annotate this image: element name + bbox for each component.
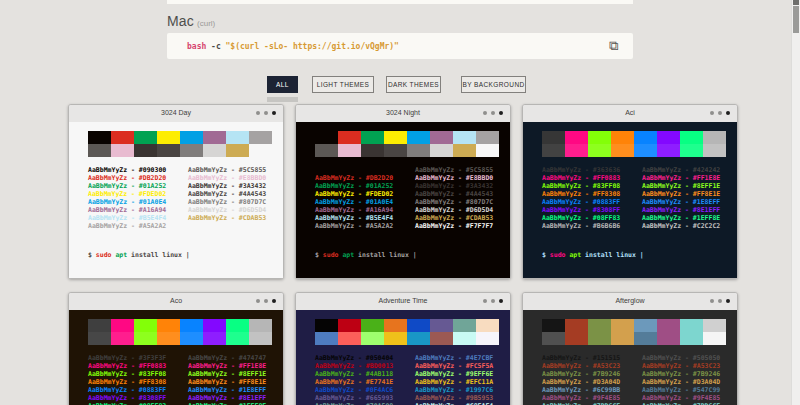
- color-swatch: [249, 144, 272, 157]
- theme-card-adventure-time: Adventure TimeAaBbMmYyZz - #050404AaBbMm…: [295, 292, 511, 405]
- color-swatch: [338, 319, 361, 332]
- palette-row: AaBbMmYyZz - #B5E4F4: [88, 214, 166, 222]
- color-swatch: [180, 319, 203, 332]
- color-swatch: [476, 131, 499, 144]
- prompt-sudo: sudo: [550, 251, 570, 259]
- scrollbar-thumb[interactable]: [793, 6, 799, 33]
- window-buttons-icon: [256, 299, 276, 303]
- terminal-titlebar: 3024 Night: [296, 105, 510, 123]
- palette-row: AaBbMmYyZz - #B6B6B6: [542, 222, 620, 230]
- palette-row: AaBbMmYyZz - #1E8EFF: [642, 198, 720, 206]
- palette-column-right: AaBbMmYyZz - #5C5855AaBbMmYyZz - #E8BBD0…: [415, 166, 493, 230]
- palette-row: AaBbMmYyZz - #A16A94: [88, 206, 166, 214]
- copy-icon[interactable]: ⧉: [606, 37, 622, 54]
- palette-column-left: AaBbMmYyZz - #090300AaBbMmYyZz - #DB2D20…: [315, 166, 393, 230]
- palette-row: AaBbMmYyZz - #01A0E4: [315, 198, 393, 206]
- palette-row: AaBbMmYyZz - #9F4E85: [542, 394, 620, 402]
- palette-row: AaBbMmYyZz - #D3A04D: [642, 378, 720, 386]
- palette-row: AaBbMmYyZz - #1EFF8E: [642, 214, 720, 222]
- palette-row: AaBbMmYyZz - #01A0E4: [88, 198, 166, 206]
- palette-row: AaBbMmYyZz - #9EFF6E: [415, 370, 493, 378]
- palette-row: AaBbMmYyZz - #A5A2A2: [315, 222, 393, 230]
- filter-button-light-themes[interactable]: LIGHT THEMES: [312, 76, 374, 93]
- palette-row: AaBbMmYyZz - #5C5855: [415, 166, 493, 174]
- palette-row: AaBbMmYyZz - #090300: [88, 166, 166, 174]
- palette-row: AaBbMmYyZz - #CDAB53: [415, 214, 493, 222]
- palette-swatches: [315, 319, 499, 345]
- palette-row: AaBbMmYyZz - #A53C23: [642, 362, 720, 370]
- color-swatch: [703, 332, 726, 345]
- color-swatch: [157, 332, 180, 345]
- color-swatch: [407, 131, 430, 144]
- palette-row: AaBbMmYyZz - #474747: [188, 354, 266, 362]
- color-swatch: [180, 131, 203, 144]
- color-swatch: [430, 319, 453, 332]
- color-swatch: [611, 131, 634, 144]
- palette-row: AaBbMmYyZz - #D6D5D4: [415, 206, 493, 214]
- palette-row: AaBbMmYyZz - #FF8E1E: [642, 190, 720, 198]
- previous-codeblock-edge: [167, 0, 633, 4]
- color-swatch: [88, 332, 111, 345]
- color-swatch: [157, 131, 180, 144]
- page-scrollbar[interactable]: [791, 0, 800, 405]
- color-swatch: [588, 332, 611, 345]
- palette-row: AaBbMmYyZz - #B5E4F4: [315, 214, 393, 222]
- palette-row: AaBbMmYyZz - #FDED02: [88, 190, 166, 198]
- palette-row: AaBbMmYyZz - #DB2D20: [315, 174, 393, 182]
- palette-swatches: [542, 319, 726, 345]
- color-swatch: [315, 131, 338, 144]
- palette-row: AaBbMmYyZz - #D3A04D: [542, 378, 620, 386]
- color-swatch: [203, 319, 226, 332]
- palette-row: AaBbMmYyZz - #807D7C: [415, 198, 493, 206]
- color-swatch: [542, 332, 565, 345]
- palette-row: AaBbMmYyZz - #3A3432: [415, 182, 493, 190]
- palette-row: AaBbMmYyZz - #83FF08: [88, 370, 166, 378]
- palette-row: AaBbMmYyZz - #FF8308: [542, 190, 620, 198]
- color-swatch: [111, 332, 134, 345]
- color-swatch: [657, 319, 680, 332]
- color-swatch: [338, 332, 361, 345]
- color-swatch: [226, 144, 249, 157]
- terminal-titlebar: 3024 Day: [69, 105, 283, 123]
- palette-row: AaBbMmYyZz - #08FF83: [542, 214, 620, 222]
- palette-row: AaBbMmYyZz - #BD0013: [315, 362, 393, 370]
- palette-row: AaBbMmYyZz - #7B9246: [542, 370, 620, 378]
- filter-button-by-background[interactable]: BY BACKGROUND: [461, 76, 526, 93]
- color-swatch: [315, 144, 338, 157]
- prompt-apt: apt: [342, 251, 358, 259]
- terminal-preview: AaBbMmYyZz - #363636AaBbMmYyZz - #FF0883…: [523, 122, 737, 278]
- color-swatch: [361, 131, 384, 144]
- scrollbar-up-arrow-icon[interactable]: [793, 0, 799, 5]
- shell-prompt: $ sudo apt install linux |: [88, 251, 190, 259]
- prompt-apt: apt: [569, 251, 585, 259]
- color-swatch: [384, 144, 407, 157]
- color-swatch: [88, 319, 111, 332]
- palette-row: AaBbMmYyZz - #D6D5D4: [188, 206, 266, 214]
- palette-row: AaBbMmYyZz - #424242: [642, 166, 720, 174]
- palette-row: AaBbMmYyZz - #5C5855: [188, 166, 266, 174]
- color-swatch: [407, 319, 430, 332]
- palette-column-left: AaBbMmYyZz - #363636AaBbMmYyZz - #FF0883…: [542, 166, 620, 230]
- palette-row: AaBbMmYyZz - #050404: [315, 354, 393, 362]
- color-swatch: [542, 144, 565, 157]
- prompt-apt: apt: [115, 251, 131, 259]
- theme-card-3024-day: 3024 DayAaBbMmYyZz - #090300AaBbMmYyZz -…: [68, 104, 284, 279]
- filter-button-dark-themes[interactable]: DARK THEMES: [386, 76, 441, 93]
- color-swatch: [134, 332, 157, 345]
- color-swatch: [565, 332, 588, 345]
- palette-row: AaBbMmYyZz - #665993: [315, 394, 393, 402]
- filter-button-all[interactable]: ALL: [267, 76, 298, 93]
- window-buttons-icon: [483, 299, 503, 303]
- color-swatch: [588, 144, 611, 157]
- shell-prompt: $ sudo apt install linux |: [542, 251, 644, 259]
- palette-row: AaBbMmYyZz - #FF0883: [542, 174, 620, 182]
- palette-row: AaBbMmYyZz - #A16A94: [315, 206, 393, 214]
- palette-row: AaBbMmYyZz - #A5A2A2: [88, 222, 166, 230]
- color-swatch: [384, 332, 407, 345]
- color-swatch: [249, 131, 272, 144]
- color-swatch: [657, 131, 680, 144]
- palette-column-right: AaBbMmYyZz - #474747AaBbMmYyZz - #FF1E8E…: [188, 354, 266, 405]
- install-codeblock: bash -c "$(curl -sLo- https://git.io/vQg…: [167, 33, 633, 59]
- os-title: Mac: [167, 13, 194, 29]
- code-part: "$(curl -sLo- https://git.io/vQgMr)": [226, 42, 399, 51]
